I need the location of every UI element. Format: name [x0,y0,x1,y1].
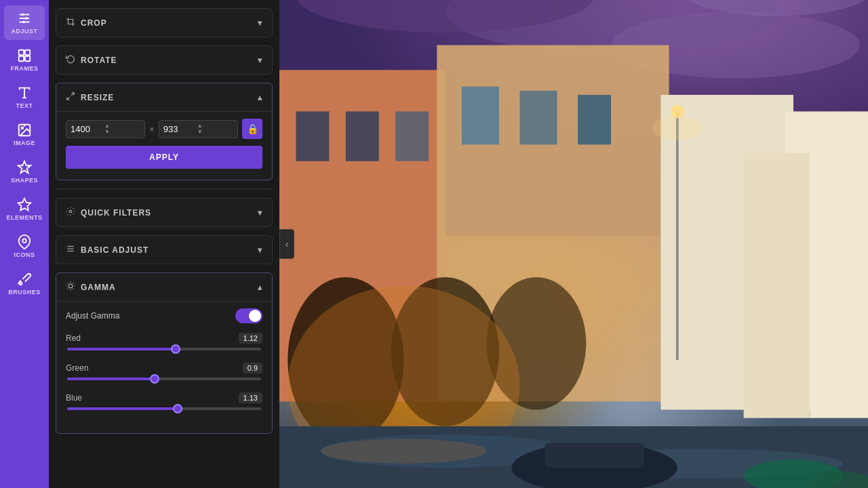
sidebar-label-brushes: BRUSHES [8,289,41,296]
toggle-knob [249,310,261,322]
resize-body: 1400 ▲ ▼ × 933 ▲ ▼ 🔒 APPLY [56,111,272,180]
apply-btn[interactable]: APPLY [66,146,262,169]
red-value: 1.12 [239,333,262,344]
width-down-btn[interactable]: ▼ [103,129,111,135]
red-slider-thumb[interactable] [171,344,180,354]
width-input[interactable]: 1400 [71,124,103,134]
svg-point-61 [652,116,702,141]
aspect-lock-btn[interactable]: 🔒 [242,119,262,139]
gamma-chevron: ▴ [258,283,262,292]
shapes-icon [17,160,32,175]
quick-filters-chevron: ▾ [258,208,262,218]
svg-point-26 [68,284,73,288]
sidebar-label-icons: ICONS [14,251,35,258]
sidebar-item-text[interactable]: TEXT [4,80,45,115]
gamma-toggle[interactable] [235,308,262,323]
svg-rect-7 [25,50,30,55]
sidebar-label-elements: ELEMENTS [7,214,43,221]
rotate-label: ROTATE [81,56,117,65]
basic-adjust-icon [66,244,75,256]
green-slider-thumb[interactable] [150,374,159,384]
height-down-btn[interactable]: ▼ [196,129,204,135]
svg-rect-47 [296,111,329,161]
sidebar-label-shapes: SHAPES [11,177,38,184]
svg-rect-63 [810,178,868,418]
svg-rect-8 [19,56,24,61]
svg-point-22 [69,210,72,213]
quick-filters-label: QUICK FILTERS [81,208,151,218]
height-input[interactable]: 933 [163,124,196,134]
svg-point-5 [22,21,25,24]
icon-sidebar: ADJUST FRAMES TEXT IMAGE SHAP [0,0,49,488]
svg-rect-50 [462,87,499,145]
sidebar-item-brushes[interactable]: BRUSHES [4,266,45,301]
canvas-area: ‹ [279,0,868,488]
blue-slider-thumb[interactable] [173,404,182,413]
quick-filters-icon [66,207,75,218]
quick-filters-header[interactable]: QUICK FILTERS ▾ [56,199,272,226]
quick-filters-accordion: QUICK FILTERS ▾ [56,198,273,227]
sidebar-label-frames: FRAMES [11,65,39,72]
sidebar-item-icons[interactable]: ICONS [4,229,45,264]
sidebar-label-image: IMAGE [14,140,35,146]
venice-svg [279,0,868,488]
crop-chevron: ▾ [258,18,262,28]
basic-adjust-chevron: ▾ [258,245,262,255]
sidebar-item-adjust[interactable]: ADJUST [4,5,45,40]
width-input-wrap: 1400 ▲ ▼ [66,120,145,138]
red-slider-row: Red 1.12 [66,333,262,350]
sidebar-label-adjust: ADJUST [11,28,37,35]
sidebar-item-elements[interactable]: ELEMENTS [4,192,45,226]
svg-marker-16 [18,161,31,173]
gamma-label: GAMMA [81,283,116,292]
height-up-btn[interactable]: ▲ [196,123,204,129]
panel-collapse-btn[interactable]: ‹ [279,229,294,259]
image-icon [17,123,32,138]
svg-line-30 [73,289,74,289]
basic-adjust-header[interactable]: BASIC ADJUST ▾ [56,236,272,264]
svg-rect-51 [520,91,557,144]
gamma-toggle-row: Adjust Gamma [66,308,262,323]
sidebar-item-shapes[interactable]: SHAPES [4,155,45,189]
resize-label: RESIZE [81,93,114,102]
red-slider-fill [67,348,176,350]
rotate-accordion-header[interactable]: ROTATE ▾ [56,46,272,74]
sidebar-item-image[interactable]: IMAGE [4,117,45,152]
separator-1 [56,188,273,190]
svg-point-19 [20,283,22,285]
icons-icon [17,235,32,249]
elements-icon [17,197,32,212]
crop-accordion: CROP ▾ [56,8,273,37]
rotate-accordion: ROTATE ▾ [56,45,273,75]
resize-icon [66,92,75,103]
blue-slider-fill [67,407,178,410]
svg-rect-6 [19,50,24,55]
red-slider-track[interactable] [67,348,261,350]
svg-point-13 [21,127,23,129]
svg-rect-49 [395,111,429,161]
gamma-accordion-header[interactable]: GAMMA ▴ [56,273,272,301]
svg-line-34 [73,283,74,283]
crop-accordion-header[interactable]: CROP ▾ [56,9,272,37]
sidebar-item-frames[interactable]: FRAMES [4,43,45,77]
svg-rect-52 [578,95,611,144]
adjust-gamma-label: Adjust Gamma [66,311,119,321]
svg-point-18 [22,239,26,243]
tools-panel: CROP ▾ ROTATE ▾ [49,0,279,488]
gamma-body: Adjust Gamma Red 1.12 Green [56,301,272,433]
green-label-row: Green 0.9 [66,363,262,373]
blue-slider-track[interactable] [67,407,261,410]
resize-accordion-header[interactable]: RESIZE ▴ [56,83,272,111]
crop-label: CROP [81,18,107,28]
height-input-wrap: 933 ▲ ▼ [159,120,238,138]
svg-line-29 [67,283,68,283]
svg-rect-48 [346,111,379,161]
green-slider-track[interactable] [67,378,261,380]
green-slider-row: Green 0.9 [66,363,262,380]
green-value: 0.9 [243,363,262,373]
blue-label: Blue [66,393,82,403]
resize-accordion: RESIZE ▴ 1400 ▲ ▼ × 933 ▲ ▼ [56,83,273,180]
svg-line-33 [67,289,68,289]
width-up-btn[interactable]: ▲ [103,123,111,129]
svg-point-3 [21,14,24,16]
